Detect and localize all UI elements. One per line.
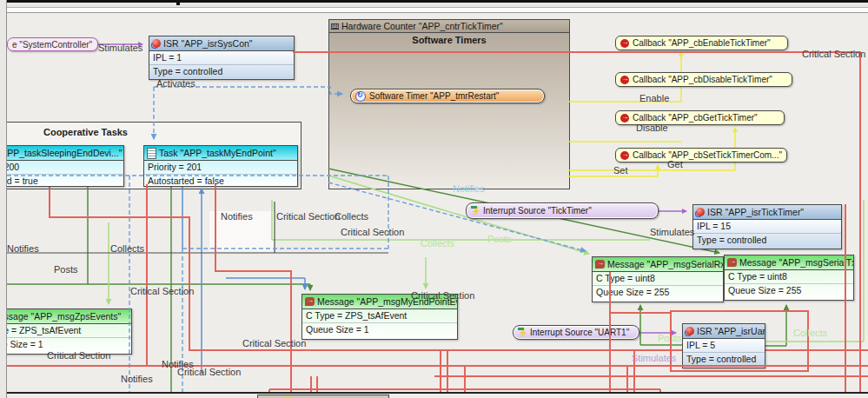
edge-label: Critical Section — [130, 286, 194, 296]
counter-icon — [331, 23, 339, 30]
isr-uart-title: ISR "APP_isrUart" — [697, 326, 765, 336]
node-message-zps-events[interactable]: Message "APP_msgZpsEvents" C Type = ZPS_… — [0, 308, 132, 355]
message-icon — [305, 297, 315, 306]
edge-label: Critical Section — [47, 350, 110, 361]
hardware-counter-title: Hardware Counter "APP_cntrTickTimer" — [341, 21, 503, 31]
hardware-counter-container[interactable]: Hardware Counter "APP_cntrTickTimer" Sof… — [328, 19, 570, 189]
edge-label: Stimulates — [650, 227, 694, 237]
msg-serial-rx-title: Message "APP_msgSerialRx" — [607, 259, 723, 269]
isr-icon — [696, 208, 705, 216]
msg-zps-prop-queue: Queue Size = 1 — [0, 337, 131, 351]
msg-serial-rx-prop-ctype: C Type = uint8 — [593, 272, 723, 285]
diagram-canvas: Cooperative Tasks Hardware Counter "APP_… — [0, 0, 868, 398]
edge-label: Collects — [110, 243, 144, 254]
callback-icon — [620, 76, 629, 84]
isr-uart-prop-ipl: IPL = 5 — [683, 339, 765, 352]
cb-set-title: Callback "APP_cbSetTickTimerCom..." — [633, 150, 782, 160]
task-icon — [147, 148, 156, 159]
isr-syscon-prop-type: Type = controlled — [149, 64, 294, 78]
msg-serial-tx-prop-queue: Queue Size = 255 — [725, 283, 853, 297]
isr-ticktimer-title: ISR "APP_isrTickTimer" — [707, 207, 804, 217]
interrupt-source-icon — [518, 328, 527, 337]
edge-label: Critical Section — [242, 338, 306, 348]
edge-label: Notifies — [121, 374, 153, 384]
is-ticktimer-title: Interrupt Source "TickTimer" — [483, 206, 592, 216]
msg-zps-prop-ctype: C Type = ZPS_tsAfEvent — [0, 324, 131, 337]
edge-label: Enable — [639, 93, 669, 103]
edge-label: Posts — [658, 333, 682, 343]
task-my-endpoint-title: Task "APP_taskMyEndPoint" — [159, 148, 276, 158]
window-divider-tick[interactable] — [176, 0, 180, 5]
isr-icon — [152, 39, 161, 48]
node-interrupt-source-ticktimer[interactable]: Interrupt Source "TickTimer" — [466, 202, 659, 219]
edge-label: Critical Section — [177, 367, 241, 377]
isr-ticktimer-prop-type: Type = controlled — [693, 233, 841, 247]
software-timer-icon — [355, 91, 366, 102]
edge-label: Critical Section — [341, 227, 404, 237]
msg-my-endpoint-prop-ctype: C Type = ZPS_tsAfEvent — [302, 309, 457, 322]
edge-label: Notifies — [453, 183, 485, 194]
message-icon — [595, 260, 605, 269]
cb-get-title: Callback "APP_cbGetTickTimer" — [633, 113, 758, 123]
msg-serial-rx-prop-queue: Queue Size = 255 — [593, 285, 723, 299]
node-callback-disable[interactable]: Callback "APP_cbDisableTickTimer" — [615, 72, 792, 87]
software-timers-label: Software Timers — [329, 35, 569, 45]
edge-label: Collects — [335, 211, 368, 222]
left-strip — [0, 0, 7, 398]
edge-label: Notifies — [221, 211, 253, 222]
cb-enable-title: Callback "APP_cbEnableTickTimer" — [633, 38, 771, 48]
edge-label: Collects — [421, 238, 454, 249]
edge-label: Get — [667, 159, 683, 169]
task-sleeping-title: Task "APP_taskSleepingEndDevi..." — [0, 148, 122, 158]
node-isr-ticktimer[interactable]: ISR "APP_isrTickTimer" IPL = 15 Type = c… — [692, 204, 842, 249]
task-my-endpoint-prop-autostarted: Autostarted = false — [144, 174, 297, 188]
edge-label: Critical Section — [802, 49, 865, 59]
edge-label: Stimulates — [632, 353, 676, 363]
node-interrupt-source-uart1[interactable]: Interrupt Source "UART1" — [513, 325, 639, 340]
task-sleeping-prop-priority: Priority = 200 — [0, 161, 123, 174]
node-software-timer-restart[interactable]: Software Timer "APP_tmrRestart" — [350, 89, 545, 103]
is-uart1-title: Interrupt Source "UART1" — [530, 328, 629, 337]
task-my-endpoint-prop-priority: Priority = 201 — [144, 161, 297, 174]
cb-disable-title: Callback "APP_cbDisableTickTimer" — [633, 75, 772, 84]
node-isr-syscon[interactable]: ISR "APP_isrSysCon" IPL = 1 Type = contr… — [149, 36, 295, 80]
isr-icon — [686, 327, 694, 335]
callback-icon — [620, 114, 629, 123]
edge-label: Notifies — [7, 243, 39, 254]
task-sleeping-prop-autostarted: Autostarted = true — [0, 174, 123, 188]
interrupt-source-icon — [471, 206, 480, 216]
node-task-my-endpoint[interactable]: Task "APP_taskMyEndPoint" Priority = 201… — [143, 145, 298, 187]
canvas-bottom-border — [7, 392, 868, 394]
edge-label: Posts — [54, 264, 78, 275]
msg-zps-title: Message "APP_msgZpsEvents" — [0, 311, 121, 322]
node-message-serial-rx[interactable]: Message "APP_msgSerialRx" C Type = uint8… — [592, 256, 724, 302]
callback-icon — [620, 151, 629, 160]
node-isr-uart[interactable]: ISR "APP_isrUart" IPL = 5 Type = control… — [682, 323, 765, 368]
edge-label: Disable — [636, 123, 668, 133]
node-callback-set[interactable]: Callback "APP_cbSetTickTimerCom..." — [615, 148, 787, 163]
isr-syscon-title: ISR "APP_isrSysCon" — [163, 38, 253, 49]
node-task-sleeping-end-device[interactable]: Task "APP_taskSleepingEndDevi..." Priori… — [0, 145, 124, 187]
edge-label: Set — [613, 165, 628, 176]
edge-label: Critical Section — [276, 211, 340, 222]
msg-serial-tx-title: Message "APP_msgSerialTx" — [739, 257, 853, 268]
edge-label: Stimulates — [98, 43, 142, 53]
isr-uart-prop-type: Type = controlled — [683, 352, 765, 366]
toolbar-band[interactable] — [0, 8, 868, 13]
edge-label: Critical Section — [411, 290, 474, 301]
isr-syscon-prop-ipl: IPL = 1 — [149, 51, 294, 64]
tmr-restart-title: Software Timer "APP_tmrRestart" — [369, 91, 499, 101]
edge-label: Collects — [793, 328, 827, 338]
msg-serial-tx-prop-ctype: C Type = uint8 — [725, 270, 853, 283]
edge-label: Activates — [156, 78, 195, 89]
cooperative-tasks-title: Cooperative Tasks — [0, 127, 301, 137]
node-system-controller[interactable]: e "SystemController" — [7, 37, 98, 51]
partial-bottom-node[interactable] — [257, 395, 389, 398]
node-message-serial-tx[interactable]: Message "APP_msgSerialTx" C Type = uint8… — [724, 255, 854, 301]
msg-my-endpoint-prop-queue: Queue Size = 1 — [302, 322, 457, 336]
isr-ticktimer-prop-ipl: IPL = 15 — [693, 220, 841, 233]
edge-label: Posts — [487, 234, 512, 244]
node-callback-enable[interactable]: Callback "APP_cbEnableTickTimer" — [615, 36, 788, 50]
callback-icon — [620, 39, 629, 48]
message-icon — [727, 258, 737, 267]
